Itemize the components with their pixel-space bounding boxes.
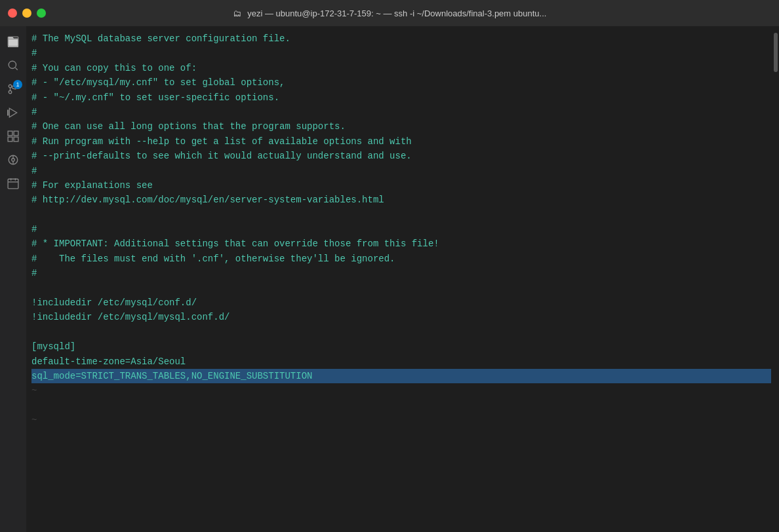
right-scrollbar-thumb[interactable] xyxy=(774,33,778,72)
code-line-1: # The MySQL database server configuratio… xyxy=(31,31,771,46)
svg-point-1 xyxy=(9,61,16,68)
code-line-23: default-time-zone=Asia/Seoul xyxy=(31,354,771,369)
svg-point-5 xyxy=(9,90,12,94)
code-line-10: # xyxy=(31,164,771,178)
code-line-8: # Run program with --help to get a list … xyxy=(31,134,771,149)
source-control-sidebar-icon[interactable]: 1 xyxy=(3,79,24,100)
svg-rect-11 xyxy=(14,137,18,142)
svg-rect-8 xyxy=(8,131,12,136)
close-button[interactable] xyxy=(8,9,17,18)
code-line-14: # xyxy=(31,222,771,237)
code-line-5: # - "~/.my.cnf" to set user-specific opt… xyxy=(31,90,771,105)
code-line-17: # xyxy=(31,266,771,280)
right-scrollbar[interactable] xyxy=(771,26,779,532)
code-line-4: # - "/etc/mysql/my.cnf" to set global op… xyxy=(31,75,771,90)
svg-line-2 xyxy=(15,67,17,69)
code-line-26 xyxy=(31,398,771,413)
code-line-24: sql_mode=STRICT_TRANS_TABLES,NO_ENGINE_S… xyxy=(31,369,771,383)
editor-area: # The MySQL database server configuratio… xyxy=(26,26,771,532)
maximize-button[interactable] xyxy=(37,9,46,18)
source-control-badge: 1 xyxy=(13,80,22,89)
code-content: # The MySQL database server configuratio… xyxy=(26,26,771,532)
calendar-sidebar-icon[interactable] xyxy=(3,173,24,194)
svg-marker-6 xyxy=(9,108,16,117)
terminal-icon: 🗂 xyxy=(233,9,241,18)
svg-rect-10 xyxy=(8,137,12,142)
extensions-sidebar-icon[interactable] xyxy=(3,126,24,147)
code-line-12: # http://dev.mysql.com/doc/mysql/en/serv… xyxy=(31,193,771,207)
code-line-16: # The files must end with '.cnf', otherw… xyxy=(31,252,771,266)
traffic-lights[interactable] xyxy=(8,9,46,18)
code-line-13 xyxy=(31,208,771,222)
code-line-7: # One can use all long options that the … xyxy=(31,119,771,134)
search-sidebar-icon[interactable] xyxy=(3,55,24,76)
svg-point-13 xyxy=(12,159,15,162)
files-sidebar-icon[interactable] xyxy=(3,31,24,52)
code-line-3: # You can copy this to one of: xyxy=(31,61,771,75)
code-line-6: # xyxy=(31,105,771,119)
code-line-15: # * IMPORTANT: Additional settings that … xyxy=(31,237,771,251)
sidebar: 1 xyxy=(0,26,26,532)
code-line-9: # --print-defaults to see which it would… xyxy=(31,149,771,163)
title-bar: 🗂 yezi — ubuntu@ip-172-31-7-159: ~ — ssh… xyxy=(0,0,779,26)
main-layout: 1 xyxy=(0,26,779,532)
code-line-11: # For explanations see xyxy=(31,178,771,193)
code-line-25: ~ xyxy=(31,383,771,398)
code-line-21 xyxy=(31,325,771,339)
svg-rect-9 xyxy=(14,131,18,136)
code-line-27: ~ xyxy=(31,413,771,427)
code-line-18 xyxy=(31,281,771,295)
svg-rect-16 xyxy=(8,179,18,189)
run-sidebar-icon[interactable] xyxy=(3,102,24,123)
code-line-22: [mysqld] xyxy=(31,339,771,354)
code-line-2: # xyxy=(31,46,771,60)
window-title: 🗂 yezi — ubuntu@ip-172-31-7-159: ~ — ssh… xyxy=(233,9,547,18)
code-line-19: !includedir /etc/mysql/conf.d/ xyxy=(31,295,771,310)
code-line-20: !includedir /etc/mysql/mysql.conf.d/ xyxy=(31,310,771,324)
minimize-button[interactable] xyxy=(22,9,31,18)
gitlens-sidebar-icon[interactable] xyxy=(3,149,24,170)
